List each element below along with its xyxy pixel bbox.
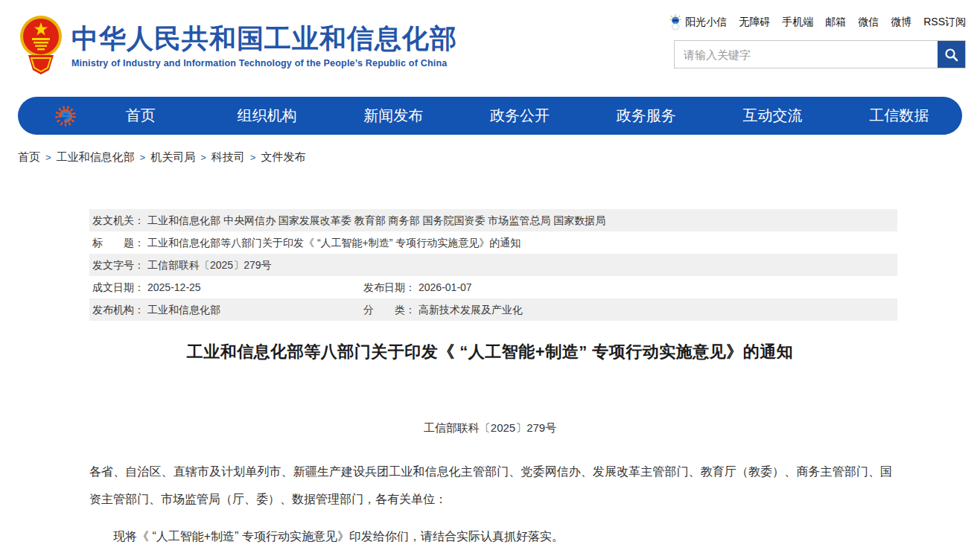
meta-cell: 发文机关：工业和信息化部 中央网信办 国家发展改革委 教育部 商务部 国务院国资… [92, 209, 605, 231]
meta-value: 工业和信息化部 [147, 304, 220, 316]
quick-link-4[interactable]: 邮箱 [825, 16, 846, 29]
meta-cell: 发文字号：工信部联科〔2025〕279号 [92, 254, 272, 276]
quick-links: 阳光小信无障碍手机端邮箱微信微博RSS订阅 [669, 15, 966, 30]
meta-cell: 成文日期：2025-12-25 [92, 276, 201, 298]
breadcrumb-item-4[interactable]: 科技司 [211, 150, 245, 164]
site-title-block: 中华人民共和国工业和信息化部 Ministry of Industry and … [71, 22, 457, 68]
meta-row: 发布机构：工业和信息化部分 类：高新技术发展及产业化 [89, 298, 897, 321]
search-box [674, 40, 966, 68]
quick-link-1[interactable]: 阳光小信 [669, 14, 727, 31]
meta-label: 分 类： [363, 304, 416, 316]
nav-item-1[interactable]: 首页 [77, 106, 204, 126]
site-title: 中华人民共和国工业和信息化部 [71, 22, 457, 54]
breadcrumb-item-2[interactable]: 工业和信息化部 [57, 150, 135, 164]
meta-cell: 分 类：高新技术发展及产业化 [363, 298, 523, 321]
document-number: 工信部联科〔2025〕279号 [0, 421, 980, 435]
miit-logo-icon[interactable] [54, 104, 77, 128]
breadcrumb-separator: > [200, 152, 206, 163]
quick-link-label: 手机端 [782, 16, 813, 29]
search-icon [944, 48, 958, 62]
search-input[interactable] [675, 41, 938, 68]
meta-label: 标 题： [92, 237, 144, 249]
meta-value: 高新技术发展及产业化 [419, 304, 523, 316]
breadcrumb-item-5[interactable]: 文件发布 [261, 150, 305, 164]
search-button[interactable] [938, 41, 965, 68]
site-subtitle: Ministry of Industry and Information Tec… [71, 58, 457, 68]
nav-item-4[interactable]: 政务公开 [456, 106, 583, 126]
nav-item-3[interactable]: 新闻发布 [330, 106, 456, 126]
meta-label: 发文机关： [92, 214, 144, 226]
meta-row: 标 题：工业和信息化部等八部门关于印发《 “人工智能+制造” 专项行动实施意见》… [89, 231, 897, 254]
main-nav: 首页组织机构新闻发布政务公开政务服务互动交流工信数据 [18, 97, 962, 135]
quick-link-label: 无障碍 [739, 16, 770, 29]
nav-items: 首页组织机构新闻发布政务公开政务服务互动交流工信数据 [77, 106, 962, 126]
meta-row: 发文字号：工信部联科〔2025〕279号 [89, 254, 897, 276]
nav-item-7[interactable]: 工信数据 [836, 106, 962, 126]
breadcrumb-item-1[interactable]: 首页 [18, 150, 40, 164]
meta-value: 2026-01-07 [419, 281, 472, 293]
meta-value: 工信部联科〔2025〕279号 [147, 259, 272, 271]
meta-cell: 发布日期：2026-01-07 [363, 276, 472, 298]
mascot-icon [669, 14, 682, 31]
quick-link-label: 微信 [858, 16, 879, 29]
article-paragraph-2: 现将《 “人工智能+制造” 专项行动实施意见》印发给你们，请结合实际认真抓好落实… [89, 523, 892, 550]
meta-row: 发文机关：工业和信息化部 中央网信办 国家发展改革委 教育部 商务部 国务院国资… [89, 209, 897, 231]
article-body: 各省、自治区、直辖市及计划单列市、新疆生产建设兵团工业和信息化主管部门、党委网信… [89, 458, 892, 550]
breadcrumb: 首页>工业和信息化部>机关司局>科技司>文件发布 [18, 150, 305, 164]
meta-label: 发布机构： [92, 304, 144, 316]
nav-item-5[interactable]: 政务服务 [583, 106, 710, 126]
nav-item-2[interactable]: 组织机构 [204, 106, 331, 126]
nav-item-6[interactable]: 互动交流 [710, 106, 836, 126]
quick-link-7[interactable]: RSS订阅 [923, 16, 966, 29]
article-title: 工业和信息化部等八部门关于印发《 “人工智能+制造” 专项行动实施意见》的通知 [0, 341, 980, 363]
meta-label: 成文日期： [92, 281, 144, 293]
quick-link-label: RSS订阅 [923, 16, 966, 29]
meta-label: 发文字号： [92, 259, 144, 271]
quick-link-label: 邮箱 [825, 16, 846, 29]
meta-value: 工业和信息化部等八部门关于印发《 “人工智能+制造” 专项行动实施意见》的通知 [147, 237, 521, 249]
meta-cell: 标 题：工业和信息化部等八部门关于印发《 “人工智能+制造” 专项行动实施意见》… [92, 231, 521, 254]
meta-cell: 发布机构：工业和信息化部 [92, 298, 220, 321]
quick-link-3[interactable]: 手机端 [782, 16, 813, 29]
national-emblem [19, 13, 63, 77]
breadcrumb-separator: > [45, 152, 51, 163]
breadcrumb-separator: > [250, 152, 256, 163]
quick-link-6[interactable]: 微博 [891, 16, 911, 29]
breadcrumb-separator: > [140, 152, 146, 163]
meta-label: 发布日期： [363, 281, 416, 293]
quick-link-label: 微博 [891, 16, 911, 29]
meta-row: 成文日期：2025-12-25发布日期：2026-01-07 [89, 276, 897, 298]
breadcrumb-item-3[interactable]: 机关司局 [150, 150, 195, 164]
meta-value: 2025-12-25 [147, 281, 201, 293]
meta-value: 工业和信息化部 中央网信办 国家发展改革委 教育部 商务部 国务院国资委 市场监… [147, 214, 605, 226]
quick-link-2[interactable]: 无障碍 [739, 16, 770, 29]
document-meta-table: 发文机关：工业和信息化部 中央网信办 国家发展改革委 教育部 商务部 国务院国资… [89, 209, 897, 321]
quick-link-label: 阳光小信 [685, 16, 727, 29]
article-paragraph-1: 各省、自治区、直辖市及计划单列市、新疆生产建设兵团工业和信息化主管部门、党委网信… [89, 458, 892, 513]
quick-link-5[interactable]: 微信 [858, 16, 879, 29]
